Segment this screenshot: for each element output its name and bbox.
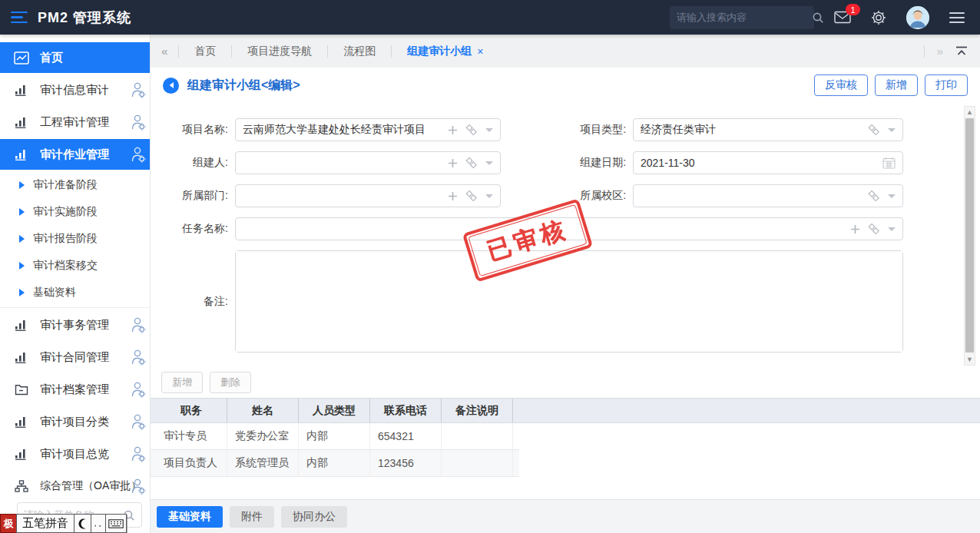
scroll-down-icon[interactable]: ▼ xyxy=(966,354,973,365)
scroll-up-icon[interactable]: ▲ xyxy=(966,107,973,118)
ime-keyboard-icon[interactable] xyxy=(105,514,127,533)
project-name-field[interactable] xyxy=(235,118,501,141)
tabs-scroll-right[interactable]: » xyxy=(925,45,955,58)
person-gear-icon[interactable] xyxy=(131,478,146,498)
person-gear-icon[interactable] xyxy=(131,316,146,336)
mail-button[interactable]: 1 xyxy=(834,11,851,24)
tab-form-audit-team[interactable]: 组建审计小组 × xyxy=(392,45,498,58)
clear-ref-icon[interactable] xyxy=(465,190,478,202)
sidebar-item-home[interactable]: 首页 xyxy=(0,42,150,73)
ime-mode-button[interactable]: 五笔拼音 xyxy=(16,514,74,533)
department-input[interactable] xyxy=(243,190,443,202)
sidebar-sub-basic-data[interactable]: 基础资料 xyxy=(0,279,150,306)
remark-field[interactable] xyxy=(235,250,903,353)
sidebar-toggle-icon[interactable] xyxy=(11,8,28,27)
clear-ref-icon[interactable] xyxy=(868,190,880,202)
sidebar-item-eng-audit[interactable]: 工程审计管理 xyxy=(0,107,150,137)
dropdown-caret-icon[interactable] xyxy=(485,194,493,198)
back-button[interactable] xyxy=(163,78,179,94)
add-icon[interactable] xyxy=(850,224,860,234)
tab-home[interactable]: 首页 xyxy=(179,45,231,58)
dropdown-caret-icon[interactable] xyxy=(485,128,493,132)
add-icon[interactable] xyxy=(448,125,458,135)
builder-input[interactable] xyxy=(243,157,443,169)
footer-tab-collaboration[interactable]: 协同办公 xyxy=(281,506,347,528)
sidebar-sub-report[interactable]: 审计报告阶段 xyxy=(0,225,150,252)
add-icon[interactable] xyxy=(448,158,458,168)
dropdown-caret-icon[interactable] xyxy=(485,161,493,165)
close-tab-icon[interactable]: × xyxy=(477,45,483,58)
tabs-scroll-left[interactable]: « xyxy=(151,45,178,58)
clear-ref-icon[interactable] xyxy=(868,124,880,136)
clear-ref-icon[interactable] xyxy=(868,223,880,235)
sidebar-item-project-overview[interactable]: 审计项目总览 xyxy=(0,439,150,469)
column-header[interactable]: 姓名 xyxy=(227,399,299,422)
person-gear-icon[interactable] xyxy=(131,114,146,134)
global-search[interactable] xyxy=(670,6,814,29)
ime-logo[interactable]: 极 xyxy=(0,514,17,533)
person-gear-icon[interactable] xyxy=(131,445,146,465)
department-field[interactable] xyxy=(235,184,501,207)
footer-tab-attachments[interactable]: 附件 xyxy=(230,506,274,528)
tab-flowchart[interactable]: 流程图 xyxy=(328,45,391,58)
person-gear-icon[interactable] xyxy=(131,413,146,433)
app-title: PM2 管理系统 xyxy=(38,8,131,27)
sidebar-sub-implement[interactable]: 审计实施阶段 xyxy=(0,198,150,225)
tab-progress-nav[interactable]: 项目进度导航 xyxy=(232,45,327,58)
sidebar-item-audit-info[interactable]: 审计信息审计 xyxy=(0,74,150,105)
dropdown-caret-icon[interactable] xyxy=(888,128,896,132)
calendar-icon[interactable] xyxy=(882,157,896,169)
user-avatar[interactable] xyxy=(906,6,929,29)
sidebar-item-audit-affairs[interactable]: 审计事务管理 xyxy=(0,310,150,340)
search-icon[interactable] xyxy=(812,12,824,24)
unapprove-button[interactable]: 反审核 xyxy=(814,74,868,96)
settings-button[interactable] xyxy=(871,10,886,25)
clear-ref-icon[interactable] xyxy=(465,157,478,169)
person-gear-icon[interactable] xyxy=(131,349,146,369)
campus-field[interactable] xyxy=(633,184,903,207)
sidebar-item-audit-contract[interactable]: 审计合同管理 xyxy=(0,342,150,372)
project-name-input[interactable] xyxy=(243,124,443,136)
sidebar-item-audit-work[interactable]: 审计作业管理 xyxy=(0,139,150,170)
column-header[interactable]: 备注说明 xyxy=(442,399,513,422)
dropdown-caret-icon[interactable] xyxy=(888,194,896,198)
footer-tab-basic-data[interactable]: 基础资料 xyxy=(157,506,223,528)
scrollbar-thumb[interactable] xyxy=(965,118,974,353)
field-label: 组建人: xyxy=(161,156,235,170)
project-type-field[interactable] xyxy=(633,118,903,141)
table-row[interactable]: 项目负责人 系统管理员 内部 123456 xyxy=(151,450,519,477)
print-button[interactable]: 打印 xyxy=(925,74,968,96)
sidebar-sub-archive-transfer[interactable]: 审计档案移交 xyxy=(0,252,150,279)
ime-halfwidth-moon-icon[interactable] xyxy=(74,514,91,533)
build-date-field[interactable] xyxy=(633,151,903,174)
remark-textarea[interactable] xyxy=(236,251,902,352)
grid-add-button[interactable]: 新增 xyxy=(161,372,203,393)
sidebar-item-audit-archive[interactable]: 审计档案管理 xyxy=(0,374,150,405)
add-new-button[interactable]: 新增 xyxy=(875,74,918,96)
campus-input[interactable] xyxy=(641,190,863,202)
person-gear-icon[interactable] xyxy=(131,81,146,101)
task-name-input[interactable] xyxy=(243,223,846,235)
global-search-input[interactable] xyxy=(677,12,812,23)
build-date-input[interactable] xyxy=(641,157,878,169)
table-row[interactable]: 审计专员 党委办公室 内部 654321 xyxy=(151,423,519,450)
form-scrollbar[interactable]: ▲ ▼ xyxy=(964,106,975,366)
dropdown-caret-icon[interactable] xyxy=(888,227,896,231)
ime-punctuation-button[interactable]: ，。 xyxy=(91,514,106,533)
column-header[interactable]: 联系电话 xyxy=(370,399,442,422)
clear-ref-icon[interactable] xyxy=(465,124,478,136)
sidebar-item-project-category[interactable]: 审计项目分类 xyxy=(0,406,150,437)
sidebar-sub-prepare[interactable]: 审计准备阶段 xyxy=(0,171,150,198)
builder-field[interactable] xyxy=(235,151,501,174)
person-gear-icon[interactable] xyxy=(131,381,146,401)
add-icon[interactable] xyxy=(448,191,458,201)
grid-delete-button[interactable]: 删除 xyxy=(210,372,251,393)
sidebar-item-oa[interactable]: 综合管理（OA审批） xyxy=(0,471,150,502)
collapse-up-icon[interactable] xyxy=(955,46,968,57)
header-menu-icon[interactable] xyxy=(949,9,965,26)
project-type-input[interactable] xyxy=(641,124,863,136)
column-header[interactable]: 人员类型 xyxy=(299,399,370,422)
person-gear-icon[interactable] xyxy=(131,146,146,166)
task-name-field[interactable] xyxy=(235,217,903,240)
column-header[interactable]: 职务 xyxy=(156,399,227,422)
